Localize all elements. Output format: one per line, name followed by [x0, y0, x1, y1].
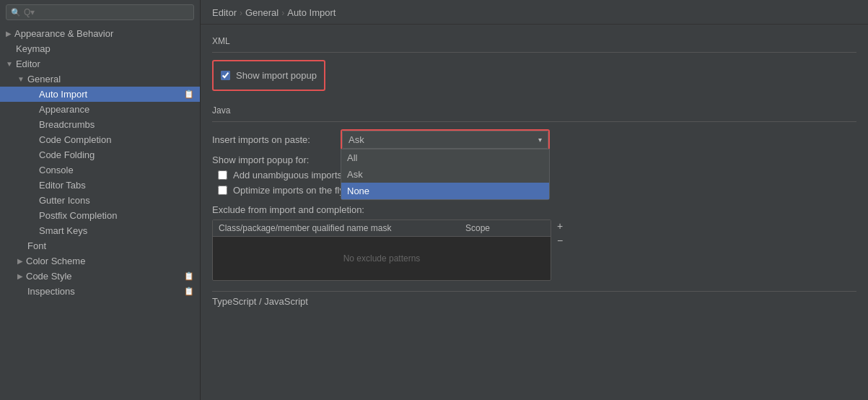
dropdown-option-all[interactable]: All	[341, 149, 549, 166]
sidebar-item-label-font: Font	[27, 240, 46, 251]
xml-section-label: XML	[212, 36, 856, 46]
insert-imports-dropdown-container: Ask ▾ All Ask None	[341, 129, 550, 150]
sidebar-item-keymap[interactable]: Keymap	[0, 41, 200, 56]
show-import-popup-label[interactable]: Show import popup	[236, 70, 317, 81]
exclude-col3-header	[523, 223, 545, 233]
dropdown-arrow-icon: ▾	[538, 136, 542, 144]
sidebar-item-label-console: Console	[39, 165, 74, 175]
sidebar-item-label-appearance-behavior: Appearance & Behavior	[14, 28, 113, 39]
insert-imports-value: Ask	[348, 134, 364, 145]
sidebar-item-auto-import[interactable]: Auto Import📋	[0, 87, 200, 102]
sidebar-item-postfix-completion[interactable]: Postfix Completion	[0, 208, 200, 223]
sidebar-item-editor[interactable]: ▼Editor	[0, 56, 200, 71]
nav-arrow-editor: ▼	[6, 60, 13, 68]
nav-arrow-appearance-behavior: ▶	[6, 30, 12, 38]
sidebar-item-label-appearance: Appearance	[39, 104, 89, 115]
sidebar-item-inspections[interactable]: Inspections📋	[0, 284, 200, 299]
sidebar-item-label-color-scheme: Color Scheme	[26, 256, 85, 266]
sidebar-item-appearance[interactable]: Appearance	[0, 102, 200, 117]
add-unambiguous-checkbox[interactable]	[218, 170, 227, 180]
show-import-popup-checkbox[interactable]	[221, 71, 230, 80]
sidebar-item-font[interactable]: Font	[0, 238, 200, 253]
optimize-imports-checkbox[interactable]	[218, 186, 227, 195]
search-icon: 🔍	[11, 8, 21, 17]
sidebar-item-code-style[interactable]: ▶Code Style📋	[0, 269, 200, 284]
main-content: Editor › General › Auto Import XML Show …	[201, 0, 868, 400]
sidebar-item-appearance-behavior[interactable]: ▶Appearance & Behavior	[0, 26, 200, 41]
dropdown-option-ask[interactable]: Ask	[341, 166, 549, 183]
show-import-popup-row: Show import popup	[221, 70, 317, 81]
add-pattern-button[interactable]: +	[554, 219, 566, 232]
dropdown-option-none[interactable]: None	[341, 183, 549, 199]
sidebar-item-label-gutter-icons: Gutter Icons	[39, 195, 90, 206]
insert-imports-row: Insert imports on paste: Ask ▾ All Ask N…	[212, 129, 856, 150]
sidebar-item-label-editor: Editor	[16, 58, 40, 69]
sidebar-item-label-editor-tabs: Editor Tabs	[39, 180, 86, 191]
insert-imports-label: Insert imports on paste:	[212, 134, 335, 145]
java-divider	[212, 121, 856, 122]
sidebar-item-label-inspections: Inspections	[27, 286, 75, 297]
sidebar-item-label-code-folding: Code Folding	[39, 149, 95, 160]
nav-arrow-general: ▼	[17, 75, 25, 83]
exclude-col1-header: Class/package/member qualified name mask	[219, 223, 465, 233]
show-import-popup-box: Show import popup	[212, 60, 325, 91]
search-input[interactable]	[24, 7, 189, 17]
sidebar-item-general[interactable]: ▼General	[0, 71, 200, 87]
java-section: Java Insert imports on paste: Ask ▾ All …	[212, 105, 856, 196]
search-bar[interactable]: 🔍	[6, 4, 194, 20]
xml-divider	[212, 52, 856, 53]
table-actions: + −	[554, 219, 566, 247]
exclude-table-header: Class/package/member qualified name mask…	[213, 220, 551, 237]
sidebar-item-label-postfix-completion: Postfix Completion	[39, 210, 117, 221]
breadcrumb-sep2: ›	[281, 8, 284, 18]
no-patterns-text: No exclude patterns	[343, 253, 421, 264]
sidebar-item-label-auto-import: Auto Import	[39, 89, 87, 100]
breadcrumb: Editor › General › Auto Import	[201, 0, 868, 25]
sidebar-item-color-scheme[interactable]: ▶Color Scheme	[0, 253, 200, 269]
exclude-section: Exclude from import and completion: Clas…	[212, 204, 856, 281]
sidebar-item-code-folding[interactable]: Code Folding	[0, 147, 200, 162]
remove-pattern-button[interactable]: −	[554, 234, 566, 247]
sidebar-item-label-keymap: Keymap	[16, 43, 51, 54]
sidebar-item-label-breadcrumbs: Breadcrumbs	[39, 119, 95, 130]
exclude-table: Class/package/member qualified name mask…	[212, 219, 551, 281]
exclude-table-wrapper: Class/package/member qualified name mask…	[212, 219, 856, 281]
nav-arrow-color-scheme: ▶	[17, 257, 23, 265]
exclude-col2-header: Scope	[465, 223, 523, 233]
settings-sidebar: 🔍 ▶Appearance & BehaviorKeymap▼Editor▼Ge…	[0, 0, 201, 400]
insert-imports-dropdown[interactable]: Ask ▾	[342, 131, 548, 149]
sidebar-item-label-code-completion: Code Completion	[39, 134, 111, 145]
exclude-table-body: No exclude patterns	[213, 237, 551, 280]
sidebar-item-console[interactable]: Console	[0, 162, 200, 178]
sidebar-item-editor-tabs[interactable]: Editor Tabs	[0, 178, 200, 193]
sidebar-item-gutter-icons[interactable]: Gutter Icons	[0, 193, 200, 208]
java-section-label: Java	[212, 105, 856, 116]
sidebar-item-smart-keys[interactable]: Smart Keys	[0, 223, 200, 238]
nav-arrow-code-style: ▶	[17, 272, 23, 280]
nav-tree: ▶Appearance & BehaviorKeymap▼Editor▼Gene…	[0, 23, 200, 400]
sidebar-item-breadcrumbs[interactable]: Breadcrumbs	[0, 117, 200, 132]
copy-icon-auto-import: 📋	[184, 90, 194, 99]
sidebar-item-label-code-style: Code Style	[26, 271, 72, 282]
sidebar-item-label-smart-keys: Smart Keys	[39, 225, 87, 236]
exclude-label: Exclude from import and completion:	[212, 204, 856, 215]
typescript-section-label: TypeScript / JavaScript	[212, 296, 856, 307]
copy-icon-code-style: 📋	[184, 271, 194, 281]
content-area: XML Show import popup Java Insert import…	[201, 25, 868, 400]
sidebar-item-code-completion[interactable]: Code Completion	[0, 132, 200, 147]
dropdown-menu: All Ask None	[341, 149, 550, 200]
breadcrumb-sep1: ›	[240, 8, 242, 18]
breadcrumb-editor: Editor	[212, 7, 237, 18]
breadcrumb-general: General	[245, 7, 279, 18]
sidebar-item-label-general: General	[27, 74, 61, 84]
show-import-popup-for-label: Show import popup for:	[212, 155, 335, 165]
breadcrumb-auto-import: Auto Import	[287, 7, 336, 18]
typescript-section: TypeScript / JavaScript	[212, 291, 856, 307]
copy-icon-inspections: 📋	[184, 287, 194, 296]
